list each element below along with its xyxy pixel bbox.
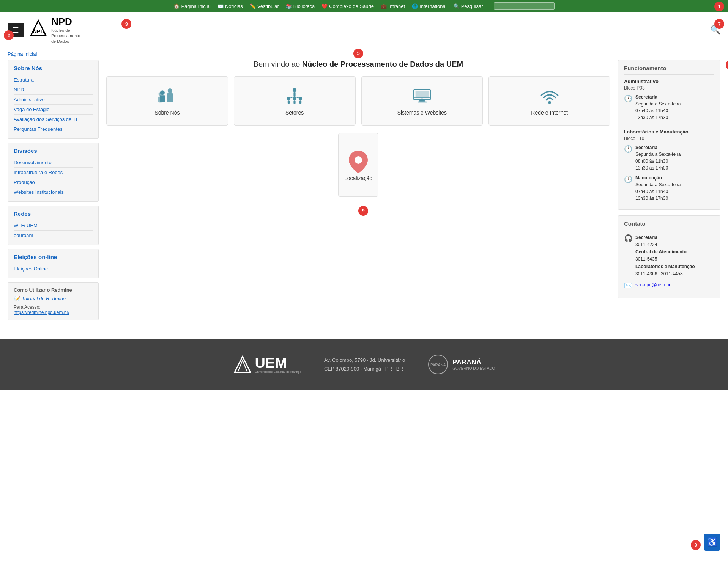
contact-phone-info: Secretaria 3011-4224 Central de Atendime…: [635, 234, 695, 278]
sidebar-section-redmine: Como Utilizar o Redmine 📝 Tutorial do Re…: [8, 282, 99, 320]
annotation-7: 7: [714, 19, 724, 29]
sidebar-link-wifi[interactable]: Wi-Fi UEM: [14, 221, 93, 230]
sidebar-section-redes: Redes Wi-Fi UEM eduroam: [8, 206, 99, 245]
right-section-funcionamento: Funcionamento Administrativo Bloco P03 🕐…: [618, 60, 720, 210]
svg-point-25: [548, 101, 551, 104]
sidebar-redmine-title: Como Utilizar o Redmine: [14, 287, 93, 293]
footer-parana-text-block: PARANÁ GOVERNO DO ESTADO: [452, 358, 495, 371]
func-lab-schedule-1: 🕐 Manutenção Segunda a Sexta-feira 07h40…: [624, 174, 714, 202]
topbar-search-input[interactable]: [494, 2, 555, 10]
clock-icon-1: 🕐: [624, 94, 632, 103]
right-section-contato: Contato 🎧 Secretaria 3011-4224 Central d…: [618, 215, 720, 298]
footer-address: Av. Colombo, 5790 · Jd. Universitário CE…: [324, 356, 405, 374]
contact-email: ✉️ sec-npd@uem.br: [624, 281, 714, 290]
contact-email-info: sec-npd@uem.br: [635, 281, 670, 289]
card-label-sistemas: Sistemas e Websites: [397, 110, 447, 116]
sidebar-link-eduroam[interactable]: eduroam: [14, 230, 93, 240]
sidebar-link-npd[interactable]: NPD: [14, 85, 93, 94]
sidebar-section-sobre-nos: Sobre Nós Estrutura NPD Administrativo 4…: [8, 60, 99, 139]
svg-rect-20: [416, 91, 429, 98]
sidebar-link-avaliacao[interactable]: Avaliação dos Serviços de TI: [14, 114, 93, 124]
annotation-5: 5: [353, 49, 363, 58]
topbar-noticias[interactable]: ✉️ Notícias: [217, 3, 243, 9]
svg-rect-13: [294, 100, 296, 104]
card-icon-rede: [540, 86, 559, 106]
card-icon-sistemas: [412, 86, 432, 106]
svg-rect-11: [288, 100, 290, 104]
sidebar-section-title-sobre-nos: Sobre Nós: [14, 65, 93, 71]
footer-uem-text: UEM Universidade Estadual de Maringá: [255, 356, 301, 374]
svg-rect-15: [299, 100, 301, 104]
header-left: ☰ NPD NPD Núcleo deProcessamentode Dados: [8, 16, 80, 44]
main-layout: Sobre Nós Estrutura NPD Administrativo 4…: [0, 60, 728, 328]
sidebar-section-title-eleicoes: Eleições on-line: [14, 254, 93, 260]
sidebar-redmine-url[interactable]: https://redmine.npd.uem.br/: [14, 310, 69, 315]
topbar-search-container: [494, 2, 555, 10]
svg-rect-21: [419, 100, 425, 101]
sidebar-link-producao[interactable]: Produção: [14, 177, 93, 187]
sidebar-section-divisoes: Divisões Desenvolvimento Infraestrutura …: [8, 143, 99, 202]
topbar-intranet[interactable]: 💼 Intranet: [381, 3, 405, 9]
footer-parana: PARANÁ PARANÁ GOVERNO DO ESTADO: [428, 354, 495, 375]
logo-npd: NPD: [51, 16, 72, 27]
location-card[interactable]: Localização: [338, 133, 378, 197]
card-sistemas[interactable]: Sistemas e Websites: [361, 76, 483, 126]
sidebar-section-title-redes: Redes: [14, 210, 93, 217]
card-rede[interactable]: Rede e Internet: [488, 76, 610, 126]
sidebar-section-title-divisoes: Divisões: [14, 148, 93, 154]
sidebar-link-infraestrutura[interactable]: Infraestrutura e Redes: [14, 167, 93, 177]
location-section: Localização 9: [106, 133, 610, 197]
welcome-text: Bem vindo ao Núcleo de Processamento de …: [106, 60, 610, 69]
sidebar-link-desenvolvimento[interactable]: Desenvolvimento: [14, 158, 93, 167]
footer: UEM Universidade Estadual de Maringá Av.…: [0, 339, 728, 390]
card-label-sobre-nos: Sobre Nós: [154, 110, 180, 116]
svg-rect-6: [158, 97, 162, 103]
sidebar-redmine-link[interactable]: 📝 Tutorial do Redmine: [14, 296, 93, 301]
logo[interactable]: NPD NPD Núcleo deProcessamentode Dados: [29, 16, 80, 44]
breadcrumb-home[interactable]: Página Inicial: [8, 51, 37, 57]
section-divider-1: [624, 125, 714, 125]
func-admin-schedule-0: 🕐 Secretaria Segunda a Sexta-feira 07h40…: [624, 94, 714, 121]
sidebar-link-perguntas[interactable]: Perguntas Frequentes: [14, 124, 93, 134]
svg-rect-9: [294, 92, 296, 96]
topbar-biblioteca[interactable]: 📚 Biblioteca: [286, 3, 315, 9]
sidebar: Sobre Nós Estrutura NPD Administrativo 4…: [8, 60, 99, 320]
svg-marker-27: [235, 356, 251, 372]
topbar-home[interactable]: 🏠 Página Inicial: [173, 3, 210, 9]
header: ☰ NPD NPD Núcleo deProcessamentode Dados…: [0, 12, 728, 48]
func-lab-title: Laboratórios e Manutenção: [624, 129, 714, 135]
funcionamento-lab: Laboratórios e Manutenção Bloco 110 🕐 Se…: [624, 129, 714, 202]
annotation-2: 2: [4, 30, 14, 40]
svg-point-24: [421, 98, 422, 99]
annotation-3: 3: [121, 19, 131, 29]
func-admin-schedule-info-0: Secretaria Segunda a Sexta-feira 07h40 à…: [635, 94, 681, 121]
sidebar-link-eleicoes-online[interactable]: Eleições Online: [14, 264, 93, 273]
card-sobre-nos[interactable]: Sobre Nós: [106, 76, 228, 126]
topbar-complexo[interactable]: ❤️ Complexo de Saúde: [321, 3, 374, 9]
topbar-international[interactable]: 🌐 International: [412, 3, 447, 9]
card-label-setores: Setores: [285, 110, 304, 116]
topbar: 🏠 Página Inicial ✉️ Notícias ✏️ Vestibul…: [0, 0, 728, 12]
card-label-rede: Rede e Internet: [531, 110, 568, 116]
npd-logo-svg: NPD: [29, 19, 47, 37]
func-admin-location: Bloco P03: [624, 85, 714, 91]
clock-icon-2: 🕐: [624, 145, 632, 153]
sidebar-redmine-access: Para Acesso: https://redmine.npd.uem.br/: [14, 305, 93, 315]
topbar-vestibular[interactable]: ✏️ Vestibular: [250, 3, 279, 9]
sidebar-link-websites[interactable]: Websites Institucionais: [14, 187, 93, 197]
svg-rect-4: [167, 93, 173, 102]
footer-logo-container: UEM Universidade Estadual de Maringá: [233, 355, 301, 374]
contact-email-link[interactable]: sec-npd@uem.br: [635, 282, 670, 287]
svg-point-7: [159, 92, 162, 96]
svg-point-26: [355, 156, 362, 164]
func-admin-title: Administrativo: [624, 79, 714, 84]
sidebar-link-estrutura[interactable]: Estrutura: [14, 75, 93, 85]
sidebar-link-administrativo[interactable]: Administrativo: [14, 94, 93, 104]
sidebar-section-eleicoes: Eleições on-line Eleições Online: [8, 249, 99, 278]
card-setores[interactable]: Setores: [234, 76, 356, 126]
sidebar-link-vaga-estagio[interactable]: Vaga de Estágio: [14, 104, 93, 114]
func-lab-schedule-info-1: Manutenção Segunda a Sexta-feira 07h40 à…: [635, 174, 681, 202]
card-icon-setores: [285, 86, 304, 106]
logo-text-block: NPD Núcleo deProcessamentode Dados: [51, 16, 80, 44]
cards-grid: Sobre Nós Setores: [106, 76, 610, 126]
